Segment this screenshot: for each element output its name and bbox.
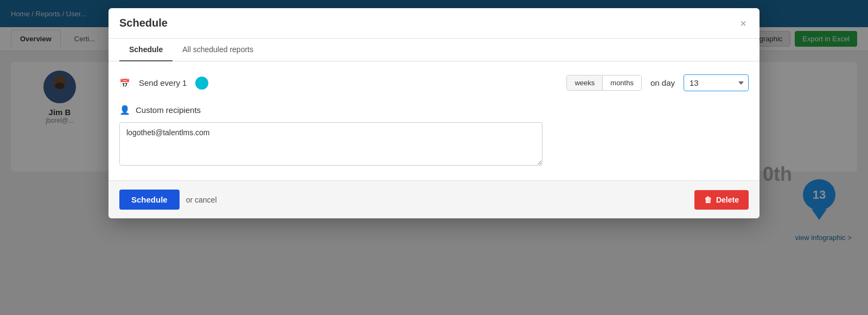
recipients-textarea[interactable]: logotheti@talentlms.com xyxy=(119,122,542,166)
send-every-label: Send every 1 xyxy=(139,78,187,87)
modal-header: Schedule × xyxy=(108,8,760,39)
modal-body: Send every 1 weeks months on day 13 1 2 … xyxy=(108,61,760,180)
cancel-text[interactable]: or cancel xyxy=(186,196,217,204)
modal-title: Schedule xyxy=(119,17,168,29)
send-every-dot xyxy=(195,77,208,90)
period-toggle: weeks months xyxy=(566,75,642,91)
modal-close-button[interactable]: × xyxy=(738,18,749,29)
delete-label: Delete xyxy=(716,196,739,204)
period-weeks-button[interactable]: weeks xyxy=(567,75,603,90)
period-months-button[interactable]: months xyxy=(603,75,641,90)
person-icon xyxy=(119,104,130,116)
modal-overlay: Schedule × Schedule All scheduled report… xyxy=(0,0,868,315)
modal-footer: Schedule or cancel 🗑 Delete xyxy=(108,180,760,218)
schedule-modal: Schedule × Schedule All scheduled report… xyxy=(108,8,760,218)
calendar-icon xyxy=(119,77,130,89)
delete-button[interactable]: 🗑 Delete xyxy=(694,190,749,210)
delete-icon: 🗑 xyxy=(704,196,712,204)
send-every-row: Send every 1 weeks months on day 13 1 2 … xyxy=(119,74,749,91)
schedule-button[interactable]: Schedule xyxy=(119,190,180,210)
recipients-label: Custom recipients xyxy=(136,105,201,115)
modal-tab-schedule[interactable]: Schedule xyxy=(119,39,173,61)
modal-tabs: Schedule All scheduled reports xyxy=(108,39,760,61)
on-day-label: on day xyxy=(650,78,675,87)
day-select[interactable]: 13 1 2 3 4 5 6 7 8 9 10 11 12 14 15 28 xyxy=(684,74,749,91)
modal-tab-all-reports[interactable]: All scheduled reports xyxy=(173,39,263,61)
recipients-row: Custom recipients xyxy=(119,104,749,116)
